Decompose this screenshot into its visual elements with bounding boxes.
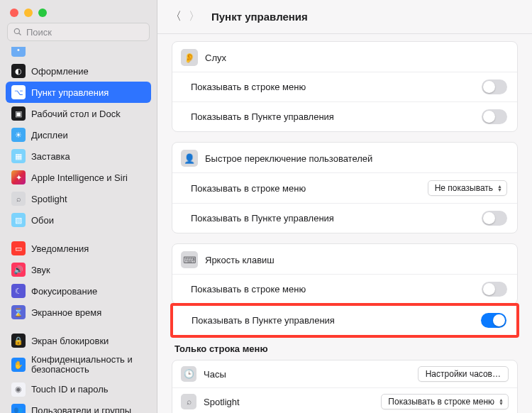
sidebar-item-appearance[interactable]: ◐ Оформление [6, 60, 151, 82]
screensaver-icon: ▦ [11, 149, 26, 163]
notifications-icon: ▭ [11, 241, 26, 255]
displays-icon: ☀ [11, 128, 26, 142]
window-controls [0, 0, 157, 23]
lock-screen-icon: 🔒 [11, 334, 26, 348]
select-fus-menubar[interactable]: Не показывать ▲▼ [428, 180, 507, 196]
sidebar-item-screen-time[interactable]: ⌛ Экранное время [6, 302, 151, 323]
section-keyboard-brightness: ⌨ Яркость клавиш Показывать в строке мен… [172, 243, 518, 304]
spotlight-icon: ⌕ [11, 192, 26, 206]
highlight-callout: Показывать в Пункте управления [170, 303, 519, 338]
sidebar-item-notifications[interactable]: ▭ Уведомления [6, 238, 151, 259]
sidebar: Поиск • — ◐ Оформление ⌥ Пункт управлени… [0, 0, 157, 413]
chevron-updown-icon: ▲▼ [499, 398, 504, 405]
row-hearing-cc: Показывать в Пункте управления [172, 101, 517, 131]
wallpaper-icon: ▧ [11, 213, 26, 227]
touch-id-icon: ◉ [11, 382, 26, 397]
row-fus-menubar: Показывать в строке меню Не показывать ▲… [172, 172, 517, 203]
sound-icon: 🔊 [11, 263, 26, 277]
toggle-fus-cc[interactable] [482, 211, 507, 226]
close-window-button[interactable] [10, 9, 18, 17]
row-kb-cc: Показывать в Пункте управления [173, 306, 516, 335]
sidebar-item-sound[interactable]: 🔊 Звук [6, 259, 151, 280]
back-button[interactable]: 〈 [170, 9, 182, 24]
privacy-icon: ✋ [11, 358, 26, 372]
search-placeholder: Поиск [26, 27, 52, 38]
row-hearing-menubar: Показывать в строке меню [172, 72, 517, 101]
header: 〈 〉 Пункт управления [157, 0, 532, 34]
chevron-updown-icon: ▲▼ [497, 185, 502, 192]
section-title: Быстрое переключение пользователей [205, 153, 372, 164]
row-clock: 🕒 Часы Настройки часов… [172, 360, 517, 387]
hearing-icon: 👂 [181, 49, 198, 66]
menubar-only-heading: Только строка меню [174, 343, 515, 354]
row-fus-cc: Показывать в Пункте управления [172, 203, 517, 233]
dock-icon: ▣ [11, 106, 26, 121]
section-menubar-only: 🕒 Часы Настройки часов… ⌕ Spotlight Пока… [172, 360, 518, 413]
siri-icon: ✦ [11, 170, 26, 185]
sidebar-item-focus[interactable]: ☾ Фокусирование [6, 280, 151, 302]
control-center-icon: ⌥ [11, 85, 26, 99]
toggle-hearing-menubar[interactable] [482, 79, 507, 94]
sidebar-item-wallpaper[interactable]: ▧ Обои [6, 209, 151, 231]
toggle-hearing-cc[interactable] [482, 109, 507, 124]
page-title: Пункт управления [211, 11, 308, 23]
sidebar-item-control-center[interactable]: ⌥ Пункт управления [6, 82, 151, 103]
sidebar-item-spotlight[interactable]: ⌕ Spotlight [6, 188, 151, 209]
users-icon: 👥 [11, 404, 26, 413]
forward-button[interactable]: 〉 [189, 9, 200, 24]
search-icon [13, 28, 22, 36]
focus-icon: ☾ [11, 284, 26, 298]
toggle-kb-menubar[interactable] [482, 282, 507, 297]
main-pane: 〈 〉 Пункт управления 👂 Слух Показывать в… [157, 0, 532, 413]
clock-options-button[interactable]: Настройки часов… [418, 366, 509, 382]
clock-icon: 🕒 [181, 366, 196, 382]
section-hearing: 👂 Слух Показывать в строке меню Показыва… [172, 41, 518, 132]
sidebar-item-desktop-dock[interactable]: ▣ Рабочий стол и Dock [6, 103, 151, 124]
content: 👂 Слух Показывать в строке меню Показыва… [157, 34, 532, 413]
sidebar-nav: • — ◐ Оформление ⌥ Пункт управления ▣ Ра… [0, 47, 157, 413]
keyboard-brightness-icon: ⌨ [181, 251, 198, 268]
section-title: Яркость клавиш [205, 255, 275, 265]
screen-time-icon: ⌛ [11, 305, 26, 319]
spotlight-menu-icon: ⌕ [181, 394, 196, 409]
select-spotlight-menubar[interactable]: Показывать в строке меню ▲▼ [381, 394, 509, 409]
sidebar-item-privacy[interactable]: ✋ Конфиденциальность и безопасность [6, 351, 151, 379]
search-input[interactable]: Поиск [7, 23, 150, 41]
sidebar-item-screensaver[interactable]: ▦ Заставка [6, 145, 151, 167]
row-kb-menubar: Показывать в строке меню [172, 274, 517, 304]
sidebar-item-displays[interactable]: ☀ Дисплеи [6, 124, 151, 145]
fullscreen-window-button[interactable] [38, 9, 47, 17]
generic-icon: • [11, 47, 26, 57]
section-fast-user-switching: 👤 Быстрое переключение пользователей Пок… [172, 142, 518, 233]
sidebar-item-lock-screen[interactable]: 🔒 Экран блокировки [6, 330, 151, 351]
section-title: Слух [205, 53, 226, 63]
sidebar-item-partial[interactable]: • — [6, 47, 151, 60]
appearance-icon: ◐ [11, 64, 26, 78]
sidebar-item-touch-id[interactable]: ◉ Touch ID и пароль [6, 379, 151, 400]
toggle-kb-cc[interactable] [481, 313, 506, 328]
sidebar-item-users[interactable]: 👥 Пользователи и группы [6, 400, 151, 413]
sidebar-item-apple-intelligence[interactable]: ✦ Apple Intelligence и Siri [6, 167, 151, 188]
user-switch-icon: 👤 [181, 150, 198, 167]
row-spotlight: ⌕ Spotlight Показывать в строке меню ▲▼ [172, 387, 517, 413]
minimize-window-button[interactable] [24, 9, 33, 17]
